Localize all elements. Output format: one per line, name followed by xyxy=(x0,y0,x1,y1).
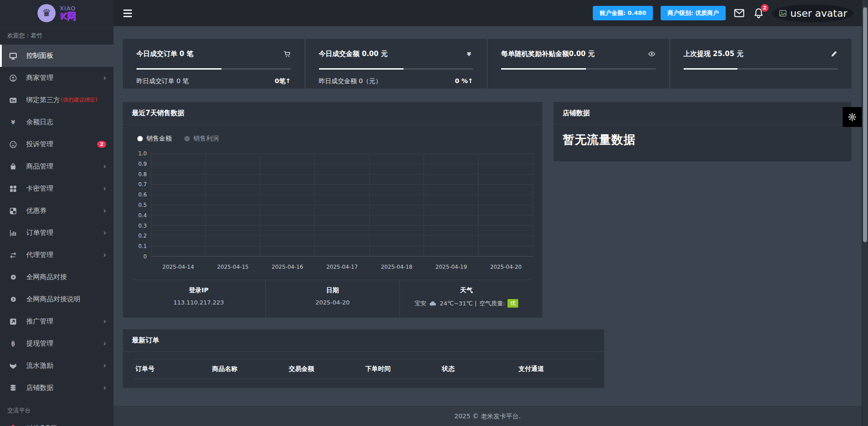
svg-text:B: B xyxy=(11,341,15,346)
sidebar-item[interactable]: 推广管理 › xyxy=(0,310,113,332)
chevron-right-icon: › xyxy=(103,163,106,170)
sidebar: ♛ XIAO K网 欢迎您：君竹 控制面板 商家管理 › Be 绑定第三方 (强… xyxy=(0,0,113,426)
bag-icon xyxy=(0,163,26,171)
notification-badge: 2 xyxy=(761,4,769,12)
stat-card-sub-right: 0笔↑ xyxy=(275,77,291,85)
y-tick-label: 0.4 xyxy=(132,212,147,219)
sidebar-item[interactable]: 店铺数据 › xyxy=(0,377,113,399)
arrow-circle-icon xyxy=(0,296,26,303)
fox-icon xyxy=(0,362,26,370)
stat-card-progress xyxy=(319,68,474,70)
x-tick-label: 2025-04-20 xyxy=(479,264,533,273)
sidebar-item[interactable]: 全网商品对接 xyxy=(0,266,113,288)
orders-column-header: 商品名称 xyxy=(211,360,287,379)
orders-column-header: 支付通道 xyxy=(517,360,594,379)
bitcoin-icon: B xyxy=(0,340,26,348)
air-quality-badge: 优 xyxy=(507,299,518,308)
hamburger-menu-icon[interactable] xyxy=(123,9,132,17)
sidebar-item[interactable]: 全网商品对接说明 xyxy=(0,288,113,310)
sidebar-menu: 控制面板 商家管理 › Be 绑定第三方 (强烈建议绑定) ¥ 余额日志 投诉管… xyxy=(0,45,113,399)
date-value: 2025-04-20 xyxy=(266,299,399,306)
chevron-right-icon: › xyxy=(103,74,106,82)
logo-text-main: K网 xyxy=(60,11,76,21)
chart-legend: 销售金额 销售利润 xyxy=(132,135,533,143)
stat-card-progress xyxy=(136,68,291,70)
x-tick-label: 2025-04-18 xyxy=(369,264,424,273)
logo[interactable]: ♛ XIAO K网 xyxy=(0,0,113,26)
x-tick-label: 2025-04-19 xyxy=(424,264,479,273)
stat-card-title: 今日成交金额 0.00 元 xyxy=(319,50,388,58)
chevron-right-icon: › xyxy=(103,207,106,215)
frown-icon xyxy=(0,140,26,149)
stat-card-sub-left: 昨日成交订单 0 笔 xyxy=(136,77,189,85)
stat-card-title: 上次提现 25.05 元 xyxy=(684,50,744,58)
yen-icon: ¥ xyxy=(0,118,26,126)
coupon-icon xyxy=(0,207,26,215)
stat-card-title: 今日成交订单 0 笔 xyxy=(136,50,193,58)
y-tick-label: 0.2 xyxy=(132,233,147,239)
sidebar-item[interactable]: 投诉管理 2 xyxy=(0,133,113,155)
y-tick-label: 0.5 xyxy=(132,202,147,208)
sidebar-item[interactable]: B 提现管理 › xyxy=(0,332,113,355)
chevron-right-icon: › xyxy=(103,384,106,392)
orders-table: 订单号商品名称交易金额下单时间状态支付通道 xyxy=(134,359,593,379)
scrollbar-thumb[interactable] xyxy=(863,7,867,242)
stat-card: 上次提现 25.05 元 xyxy=(670,39,852,89)
legend-dot-icon xyxy=(137,136,143,141)
sidebar-item[interactable]: 控制面板 xyxy=(0,45,113,67)
account-balance-button[interactable]: 账户金额: 0.480 xyxy=(593,6,653,20)
eye-icon xyxy=(648,50,656,58)
merchant-level-button[interactable]: 商户级别: 优质商户 xyxy=(661,6,726,20)
vertical-scrollbar[interactable] xyxy=(862,0,868,426)
sidebar-item[interactable]: 代理管理 › xyxy=(0,244,113,266)
stat-card: 每单随机奖励补贴金额0.00 元 xyxy=(488,39,669,89)
orders-column-header: 下单时间 xyxy=(364,360,441,379)
topbar: 账户金额: 0.480 商户级别: 优质商户 2 user avatar xyxy=(113,0,862,26)
stat-card: 今日成交金额 0.00 元 ¥ 昨日成交金额 0（元） 0 %↑ xyxy=(305,39,487,89)
sidebar-item[interactable]: 流水激励 › xyxy=(0,355,113,377)
stat-card: 今日成交订单 0 笔 昨日成交订单 0 笔 0笔↑ xyxy=(123,39,305,89)
exchange-icon xyxy=(0,251,26,259)
sidebar-item[interactable]: 订单管理 › xyxy=(0,222,113,244)
stat-card-title: 每单随机奖励补贴金额0.00 元 xyxy=(501,50,595,58)
database-icon xyxy=(0,384,26,392)
weather-city: 宝安 xyxy=(414,300,426,308)
chevron-right-icon: › xyxy=(103,251,106,259)
legend-item[interactable]: 销售利润 xyxy=(184,135,219,143)
sidebar-menu-bottom: 对接QQ群 xyxy=(0,417,113,426)
user-avatar[interactable]: user avatar xyxy=(772,5,854,22)
legend-item[interactable]: 销售金额 xyxy=(137,135,172,143)
sidebar-item[interactable]: 商品管理 › xyxy=(0,155,113,178)
sidebar-item[interactable]: 对接QQ群 xyxy=(0,417,113,426)
sidebar-item[interactable]: 优惠券 › xyxy=(0,200,113,222)
shop-empty-text: 暂无流量数据 xyxy=(554,125,851,161)
external-link-icon xyxy=(0,318,26,326)
mail-icon[interactable] xyxy=(733,7,745,19)
user-icon xyxy=(0,74,26,82)
stat-card-sub-right: 0 %↑ xyxy=(455,77,473,85)
gear-icon xyxy=(848,112,857,122)
sales-info-row: 登录IP 113.110.217.223 日期 2025-04-20 天气 宝安… xyxy=(132,280,533,318)
sidebar-item[interactable]: ¥ 余额日志 xyxy=(0,111,113,133)
settings-button[interactable] xyxy=(843,107,862,127)
y-tick-label: 0 xyxy=(132,253,147,260)
grid-icon xyxy=(0,185,26,193)
orders-column-header: 订单号 xyxy=(134,360,211,379)
x-tick-label: 2025-04-16 xyxy=(260,264,315,273)
cloud-icon xyxy=(429,300,437,308)
chevron-right-icon: › xyxy=(103,229,106,237)
weather-block: 天气 宝安 24℃~31℃ | 空气质量: 优 xyxy=(399,280,533,318)
svg-text:¥: ¥ xyxy=(467,51,471,57)
chevron-right-icon: › xyxy=(103,362,106,370)
x-tick-label: 2025-04-17 xyxy=(315,264,370,273)
sidebar-item[interactable]: 卡密管理 › xyxy=(0,178,113,200)
line-chart: 1.00.90.80.70.60.50.40.30.20.10 xyxy=(132,154,533,260)
weather-label: 天气 xyxy=(400,286,533,295)
sidebar-item[interactable]: Be 绑定第三方 (强烈建议绑定) xyxy=(0,89,113,111)
sidebar-item[interactable]: 商家管理 › xyxy=(0,67,113,89)
yen-icon: ¥ xyxy=(465,50,473,58)
welcome-text: 欢迎您：君竹 xyxy=(0,26,113,45)
avatar-alt-text: user avatar xyxy=(790,8,847,19)
weather-temp: 24℃~31℃ | xyxy=(440,300,477,307)
notifications-button[interactable]: 2 xyxy=(753,7,765,19)
